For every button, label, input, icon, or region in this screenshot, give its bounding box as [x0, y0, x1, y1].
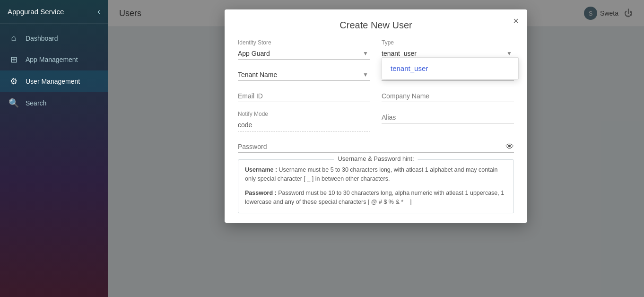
sidebar-item-dashboard-label: Dashboard — [26, 35, 58, 42]
identity-store-select-wrapper[interactable]: App Guard ▼ — [238, 47, 370, 60]
tenant-name-select-wrapper[interactable]: Tenant Name ▼ — [238, 68, 370, 81]
hint-box-title: Username & Password hint: — [334, 155, 418, 162]
notify-mode-label: Notify Mode — [238, 111, 370, 117]
password-visibility-toggle-icon[interactable]: 👁 — [505, 141, 514, 151]
type-dropdown-item-tenant-user[interactable]: tenant_user — [382, 58, 518, 79]
hint-text: Username : Username must be 5 to 30 char… — [245, 166, 507, 207]
email-field — [238, 89, 370, 102]
form-row-email-company — [238, 89, 514, 102]
username-hint-paragraph: Username : Username must be 5 to 30 char… — [245, 166, 507, 184]
app-name: Appgurad Service — [8, 8, 64, 16]
password-hint-paragraph: Password : Password must be 10 to 30 cha… — [245, 189, 507, 207]
type-dropdown-open: tenant_user — [382, 57, 519, 79]
type-label: Type — [382, 39, 514, 46]
modal-body: Identity Store App Guard ▼ Type — [225, 39, 527, 223]
username-hint-text: Username must be 5 to 30 characters long… — [245, 166, 497, 182]
main-content: Users S Sweta ⏻ w one. × Create New User… — [108, 0, 644, 297]
sidebar-item-user-management-label: User Management — [26, 78, 80, 85]
sidebar-item-dashboard[interactable]: ⌂ Dashboard — [0, 27, 108, 49]
company-name-field — [382, 89, 514, 102]
form-row-notify-alias: Notify Mode code — [238, 111, 514, 131]
alias-input[interactable] — [382, 111, 514, 123]
app-management-icon: ⊞ — [9, 54, 19, 65]
tenant-name-select[interactable]: Tenant Name — [238, 68, 370, 81]
email-input[interactable] — [238, 89, 370, 102]
dashboard-icon: ⌂ — [9, 33, 19, 43]
user-management-icon: ⚙ — [9, 76, 19, 87]
create-user-modal: × Create New User Identity Store App Gua… — [225, 9, 527, 223]
username-hint-key: Username : — [245, 166, 277, 173]
form-row-identity-type: Identity Store App Guard ▼ Type — [238, 39, 514, 60]
sidebar-item-search-label: Search — [26, 99, 46, 107]
modal-close-button[interactable]: × — [513, 16, 519, 26]
identity-store-label: Identity Store — [238, 39, 370, 46]
hint-box: Username & Password hint: Username : Use… — [238, 159, 514, 213]
modal-title: Create New User — [225, 9, 527, 39]
sidebar-toggle-icon[interactable]: ‹ — [97, 7, 100, 17]
notify-mode-field: Notify Mode code — [238, 111, 370, 131]
sidebar-header: Appgurad Service ‹ — [0, 0, 108, 24]
alias-field — [382, 111, 514, 131]
modal-overlay: × Create New User Identity Store App Gua… — [108, 0, 644, 297]
password-hint-text: Password must be 10 to 30 characters lon… — [245, 190, 504, 205]
sidebar: Appgurad Service ‹ ⌂ Dashboard ⊞ App Man… — [0, 0, 108, 297]
search-icon: 🔍 — [9, 98, 19, 108]
password-row: 👁 — [238, 140, 514, 153]
sidebar-nav: ⌂ Dashboard ⊞ App Management ⚙ User Mana… — [0, 24, 108, 114]
notify-mode-value[interactable]: code — [238, 118, 370, 131]
password-input[interactable] — [238, 140, 514, 153]
type-field: Type tenant_user ▼ tenant_user — [382, 39, 514, 60]
password-hint-key: Password : — [245, 190, 277, 196]
identity-store-field: Identity Store App Guard ▼ — [238, 39, 370, 60]
company-name-input[interactable] — [382, 89, 514, 102]
sidebar-item-user-management[interactable]: ⚙ User Management — [0, 70, 108, 92]
identity-store-select[interactable]: App Guard — [238, 47, 370, 60]
sidebar-item-app-management-label: App Management — [26, 56, 78, 63]
sidebar-item-search[interactable]: 🔍 Search — [0, 92, 108, 114]
sidebar-item-app-management[interactable]: ⊞ App Management — [0, 49, 108, 70]
tenant-name-field: Tenant Name ▼ — [238, 68, 370, 81]
